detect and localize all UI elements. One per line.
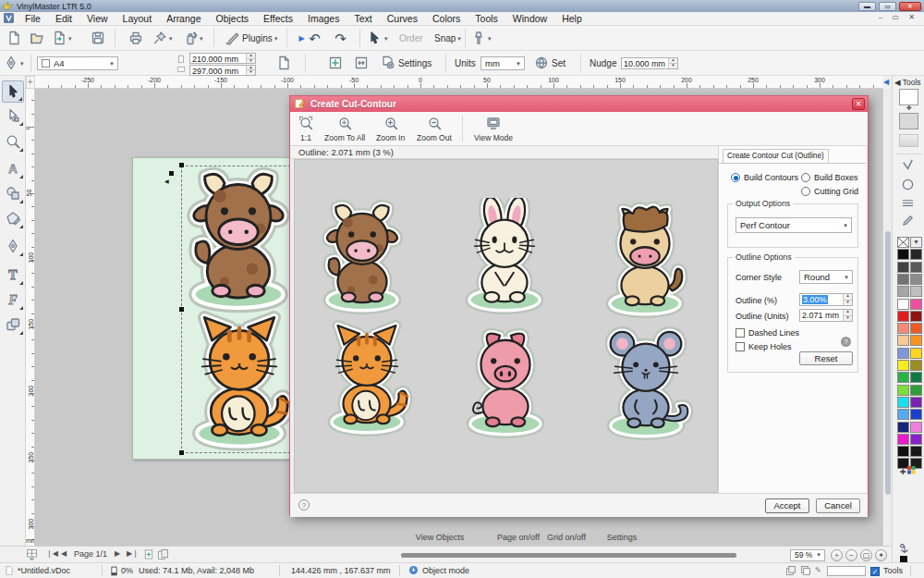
canvas-button-page-on-off[interactable]: Page on/off xyxy=(497,533,540,542)
copy-page-icon[interactable] xyxy=(157,548,169,562)
radio-cutting-grid[interactable]: Cutting Grid xyxy=(801,187,858,196)
outline-units-input[interactable]: 2.071 mm▲▼ xyxy=(799,309,853,322)
add-page-button[interactable] xyxy=(325,54,345,73)
tool-shape-edit[interactable] xyxy=(2,207,24,229)
cancel-button[interactable]: Cancel xyxy=(816,498,860,513)
color-swatch[interactable] xyxy=(897,348,909,359)
page-preset-select[interactable]: A4▾ xyxy=(37,56,118,70)
color-swatch[interactable] xyxy=(897,385,909,396)
color-swatch[interactable] xyxy=(910,409,922,420)
airbrush-button[interactable]: ▾ xyxy=(471,29,492,48)
ruler-origin-button[interactable]: ✛ xyxy=(26,76,35,89)
menu-text[interactable]: Text xyxy=(346,13,379,24)
close-button[interactable]: ✕ xyxy=(899,2,921,11)
menu-arrange[interactable]: Arrange xyxy=(159,13,208,24)
zoom-in-button[interactable]: Zoom In xyxy=(373,114,407,144)
stroke-swatch[interactable] xyxy=(899,113,918,129)
dialog-titlebar[interactable]: Create Cut-Contour ✕ xyxy=(290,96,868,112)
color-swatch[interactable] xyxy=(910,274,922,285)
color-swatch[interactable] xyxy=(910,299,922,310)
dashed-lines-checkbox[interactable]: Dashed Lines xyxy=(736,328,799,338)
tool-text[interactable]: A xyxy=(2,157,24,179)
tool-pen[interactable] xyxy=(2,235,24,257)
outline-pct-input[interactable]: 3.00%▲▼ xyxy=(799,293,853,306)
layers-icon[interactable] xyxy=(785,565,796,578)
color-swatch[interactable] xyxy=(897,299,909,310)
pencil-tool-icon[interactable] xyxy=(901,214,915,229)
first-page-button[interactable]: ❘◀ xyxy=(46,549,58,558)
layers-alt-icon[interactable] xyxy=(800,565,811,578)
color-swatch[interactable] xyxy=(897,286,909,297)
reset-button[interactable]: Reset xyxy=(799,351,853,365)
print-button[interactable] xyxy=(126,29,145,48)
scroll-thumb[interactable] xyxy=(885,231,891,495)
color-swatch[interactable] xyxy=(897,311,909,322)
redo-button[interactable]: ↷ xyxy=(331,29,350,48)
canvas-button-grid-on-off[interactable]: Grid on/off xyxy=(547,533,586,542)
canvas-vertical-scrollbar[interactable] xyxy=(882,89,892,546)
menu-colors[interactable]: Colors xyxy=(425,13,468,24)
view-mode-button[interactable]: View Mode xyxy=(471,114,516,144)
tool-text-effects[interactable]: T xyxy=(2,264,24,286)
output-type-select[interactable]: Perf Contour▾ xyxy=(736,217,852,233)
tool-select[interactable] xyxy=(2,80,24,103)
document-window-controls[interactable]: – ▭ ✕ xyxy=(879,13,918,21)
color-swatch[interactable] xyxy=(910,372,922,383)
select-color-icon[interactable] xyxy=(901,159,915,175)
pin-button[interactable]: ▾ xyxy=(152,29,173,48)
menu-images[interactable]: Images xyxy=(300,13,346,24)
open-button[interactable] xyxy=(27,29,46,48)
palette-filter-swatch[interactable]: ▼ xyxy=(910,237,922,248)
menu-edit[interactable]: Edit xyxy=(48,13,79,24)
prev-page-button[interactable]: ◀ xyxy=(61,549,67,558)
menu-objects[interactable]: Objects xyxy=(208,13,256,24)
zoom-all-button[interactable]: ✦ xyxy=(875,549,887,561)
nudge-input[interactable]: 10.000 mm▲▼ xyxy=(621,57,678,69)
radio-build-boxes[interactable]: Build Boxes xyxy=(801,173,858,182)
undo-button[interactable]: ↶ xyxy=(305,29,324,48)
color-swatch[interactable] xyxy=(897,274,909,285)
tool-zoom[interactable] xyxy=(2,130,24,153)
add-palette-icon[interactable]: ✚ xyxy=(900,466,916,476)
snap-button[interactable]: Snap▾ xyxy=(434,29,461,48)
keep-holes-checkbox[interactable]: Keep Holes xyxy=(736,342,792,351)
blank-page-button[interactable] xyxy=(274,54,293,73)
accept-button[interactable]: Accept xyxy=(765,498,809,513)
color-swatch[interactable] xyxy=(910,262,922,273)
canvas-button-view-objects[interactable]: View Objects xyxy=(416,533,464,542)
tab-create-contour-cut[interactable]: Create Contour Cut (Outline) xyxy=(723,149,829,163)
color-swatch[interactable] xyxy=(910,323,922,334)
help-icon[interactable]: ? xyxy=(841,337,851,347)
quick-entry-input[interactable] xyxy=(827,566,866,576)
color-swatch[interactable] xyxy=(910,360,922,371)
color-swatch[interactable] xyxy=(897,323,909,334)
zoom-level-select[interactable]: 59 %▾ xyxy=(790,549,825,561)
zoom-page-button[interactable]: ▢ xyxy=(860,549,872,561)
color-swatch[interactable] xyxy=(910,311,922,322)
menu-tools[interactable]: Tools xyxy=(468,13,505,24)
select-mode-button[interactable]: ▾ xyxy=(368,29,388,48)
gradient-swatch[interactable] xyxy=(899,134,918,147)
page-width-input[interactable]: 210.000 mm▲▼ xyxy=(189,53,256,64)
dialog-help-icon[interactable]: ? xyxy=(298,499,310,510)
page-object-cow[interactable] xyxy=(169,165,308,315)
color-swatch[interactable] xyxy=(897,422,909,433)
color-swatch[interactable] xyxy=(910,422,922,433)
color-swatch[interactable] xyxy=(910,286,922,297)
add-page-icon[interactable] xyxy=(143,548,154,562)
tool-shapes[interactable] xyxy=(2,182,24,204)
zoom-in-button[interactable]: + xyxy=(831,549,843,561)
color-swatch[interactable] xyxy=(910,348,922,359)
color-swatch[interactable] xyxy=(897,397,909,408)
color-swatch[interactable] xyxy=(897,372,909,383)
hand-icon[interactable]: ✎ xyxy=(815,566,821,574)
color-swatch[interactable] xyxy=(897,262,909,273)
page-grid-icon[interactable] xyxy=(26,548,38,562)
zoom-out-button[interactable]: Zoom Out xyxy=(414,114,455,144)
lines-tool-icon[interactable] xyxy=(901,196,915,212)
tool-node-edit[interactable] xyxy=(2,105,24,127)
settings-button[interactable]: Settings xyxy=(381,54,432,73)
menu-view[interactable]: View xyxy=(79,13,116,24)
ellipse-tool-icon[interactable] xyxy=(901,178,915,193)
zoom-to-all-button[interactable]: Zoom To All xyxy=(322,114,368,144)
